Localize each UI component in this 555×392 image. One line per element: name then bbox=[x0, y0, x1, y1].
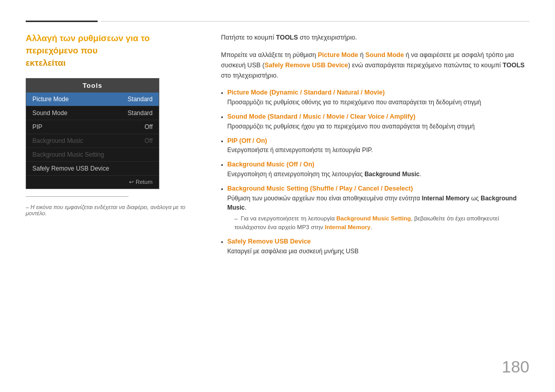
bullet-dot: • bbox=[221, 89, 223, 98]
pip-title: PIP (Off / On) bbox=[227, 137, 267, 144]
menu-item-sound-mode-value: Standard bbox=[127, 109, 153, 117]
bullet-content-pip: PIP (Off / On) Ενεργοποιήστε ή απενεργοπ… bbox=[227, 136, 529, 155]
menu-item-background-music-value: Off bbox=[144, 137, 153, 144]
pip-sub: Ενεργοποιήστε ή απενεργοποιήστε τη λειτο… bbox=[227, 145, 529, 155]
safely-remove-usb-sub: Καταργεί με ασφάλεια μια συσκευή μνήμης … bbox=[227, 247, 529, 256]
bullet-dot-3: • bbox=[221, 137, 223, 146]
left-column: Αλλαγή των ρυθμίσεων για το περιεχόμενο … bbox=[26, 32, 200, 371]
bullet-content-picture-mode: Picture Mode (Dynamic / Standard / Natur… bbox=[227, 88, 529, 107]
tools-menu: Tools Picture Mode Standard Sound Mode S… bbox=[26, 78, 159, 189]
menu-item-picture-mode-label: Picture Mode bbox=[32, 96, 69, 103]
menu-item-picture-mode[interactable]: Picture Mode Standard bbox=[26, 92, 159, 106]
menu-item-background-music-setting-label: Background Music Setting bbox=[32, 151, 104, 158]
menu-item-picture-mode-value: Standard bbox=[127, 96, 153, 103]
menu-item-pip[interactable]: PIP Off bbox=[26, 120, 159, 134]
background-music-setting-indent: –Για να ενεργοποιήσετε τη λειτουργία Bac… bbox=[227, 214, 529, 232]
menu-footer-label: Return bbox=[136, 179, 153, 185]
bullet-dot-5: • bbox=[221, 185, 223, 194]
sound-mode-sub: Προσαρμόζει τις ρυθμίσεις ήχου για το πε… bbox=[227, 122, 529, 131]
bullet-content-background-music-setting: Background Music Setting (Shuffle / Play… bbox=[227, 184, 529, 232]
intro-paragraph-2: Μπορείτε να αλλάξετε τη ρύθμιση Picture … bbox=[221, 50, 529, 81]
menu-item-safely-remove-usb[interactable]: Safely Remove USB Device bbox=[26, 162, 159, 176]
menu-item-background-music-setting: Background Music Setting bbox=[26, 148, 159, 162]
picture-mode-sub: Προσαρμόζει τις ρυθμίσεις οθόνης για το … bbox=[227, 98, 529, 107]
menu-item-pip-value: Off bbox=[144, 123, 153, 130]
page-number: 180 bbox=[502, 358, 529, 377]
menu-item-safely-remove-usb-label: Safely Remove USB Device bbox=[32, 165, 109, 172]
list-item-sound-mode: • Sound Mode (Standard / Music / Movie /… bbox=[221, 112, 529, 131]
bullet-dot-6: • bbox=[221, 238, 223, 247]
menu-item-sound-mode[interactable]: Sound Mode Standard bbox=[26, 106, 159, 120]
list-item-pip: • PIP (Off / On) Ενεργοποιήστε ή απενεργ… bbox=[221, 136, 529, 155]
main-content: Αλλαγή των ρυθμίσεων για το περιεχόμενο … bbox=[26, 32, 529, 371]
picture-mode-title: Picture Mode (Dynamic / Standard / Natur… bbox=[227, 89, 384, 96]
background-music-setting-sub: Ρύθμιση των μουσικών αρχείων που είναι α… bbox=[227, 194, 529, 212]
list-item-picture-mode: • Picture Mode (Dynamic / Standard / Nat… bbox=[221, 88, 529, 107]
top-line-dark bbox=[26, 21, 98, 22]
tools-menu-header: Tools bbox=[26, 79, 159, 92]
top-line-light bbox=[101, 21, 529, 22]
menu-item-pip-label: PIP bbox=[32, 123, 42, 130]
background-music-title: Background Music (Off / On) bbox=[227, 161, 314, 168]
note-text: – Η εικόνα που εμφανίζεται ενδέχεται να … bbox=[26, 204, 200, 216]
menu-footer: ↩ Return bbox=[26, 176, 159, 189]
list-item-background-music: • Background Music (Off / On) Ενεργοποίη… bbox=[221, 160, 529, 179]
bullet-content-safely-remove-usb: Safely Remove USB Device Καταργεί με ασφ… bbox=[227, 237, 529, 256]
background-music-sub: Ενεργοποίηση ή απενεργοποίηση της λειτου… bbox=[227, 170, 529, 179]
bullet-content-background-music: Background Music (Off / On) Ενεργοποίηση… bbox=[227, 160, 529, 179]
right-column: Πατήστε το κουμπί TOOLS στο τηλεχειριστή… bbox=[221, 32, 529, 371]
left-divider bbox=[26, 196, 128, 197]
bullet-content-sound-mode: Sound Mode (Standard / Music / Movie / C… bbox=[227, 112, 529, 131]
bullet-list: • Picture Mode (Dynamic / Standard / Nat… bbox=[221, 88, 529, 256]
sound-mode-title: Sound Mode (Standard / Music / Movie / C… bbox=[227, 113, 415, 120]
menu-item-background-music: Background Music Off bbox=[26, 134, 159, 148]
return-icon: ↩ bbox=[129, 179, 134, 185]
bullet-dot-4: • bbox=[221, 161, 223, 170]
page-title: Αλλαγή των ρυθμίσεων για το περιεχόμενο … bbox=[26, 32, 200, 69]
menu-item-sound-mode-label: Sound Mode bbox=[32, 109, 67, 117]
menu-item-background-music-label: Background Music bbox=[32, 137, 83, 144]
list-item-safely-remove-usb: • Safely Remove USB Device Καταργεί με α… bbox=[221, 237, 529, 256]
intro-paragraph-1: Πατήστε το κουμπί TOOLS στο τηλεχειριστή… bbox=[221, 32, 529, 43]
background-music-setting-title: Background Music Setting (Shuffle / Play… bbox=[227, 185, 413, 192]
list-item-background-music-setting: • Background Music Setting (Shuffle / Pl… bbox=[221, 184, 529, 232]
page-container: Αλλαγή των ρυθμίσεων για το περιεχόμενο … bbox=[0, 0, 555, 392]
safely-remove-usb-title: Safely Remove USB Device bbox=[227, 238, 311, 245]
bullet-dot-2: • bbox=[221, 113, 223, 122]
top-decorative-lines bbox=[26, 21, 529, 22]
